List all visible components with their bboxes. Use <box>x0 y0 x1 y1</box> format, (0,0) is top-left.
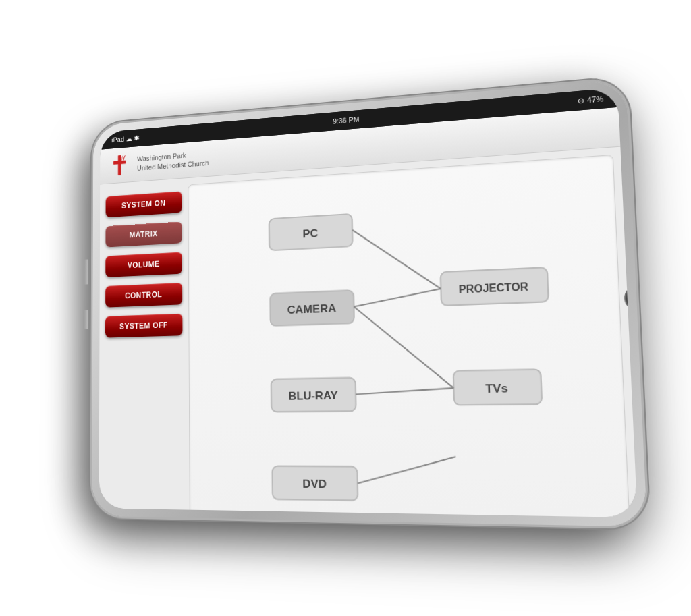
svg-line-16 <box>354 303 453 389</box>
svg-text:PROJECTOR: PROJECTOR <box>459 281 529 296</box>
home-button-inner <box>630 289 638 306</box>
status-left: iPad ☁ ✱ <box>111 134 139 144</box>
svg-rect-0 <box>118 155 121 175</box>
svg-text:CAMERA: CAMERA <box>287 301 337 315</box>
church-name: Washington Park United Methodist Church <box>137 148 209 173</box>
svg-text:PC: PC <box>302 226 318 240</box>
routing-diagram: PC CAMERA BLU-RAY DVD <box>198 167 619 517</box>
matrix-button[interactable]: MATRIX <box>105 221 182 247</box>
control-button[interactable]: CONTROL <box>105 282 182 307</box>
svg-line-14 <box>352 225 441 291</box>
volume-button[interactable]: VOLUME <box>105 252 182 277</box>
battery-icon: ⊙ <box>578 95 584 105</box>
system-off-button[interactable]: System OFF <box>105 313 182 337</box>
svg-line-17 <box>356 388 454 394</box>
left-sidebar: System ON MATRIX VOLUME CONTROL System O… <box>105 185 184 517</box>
volume-down-button[interactable] <box>84 310 88 329</box>
app-content: Washington Park United Methodist Church … <box>99 107 638 517</box>
battery-percent: 47% <box>587 94 604 103</box>
svg-text:DVD: DVD <box>302 476 327 490</box>
svg-text:TVs: TVs <box>485 381 508 394</box>
svg-line-15 <box>354 289 441 307</box>
ipad-device: iPad ☁ ✱ 9:36 PM ⊙ 47% <box>92 78 647 526</box>
svg-line-18 <box>357 456 457 484</box>
ipad-bezel: iPad ☁ ✱ 9:36 PM ⊙ 47% <box>99 87 638 517</box>
umc-logo <box>109 153 130 177</box>
status-time: 9:36 PM <box>333 115 360 125</box>
system-on-button[interactable]: System ON <box>106 191 182 217</box>
scene: iPad ☁ ✱ 9:36 PM ⊙ 47% <box>0 0 691 616</box>
volume-up-button[interactable] <box>84 259 88 284</box>
ipad-label: iPad ☁ ✱ <box>111 134 139 144</box>
matrix-panel: PC CAMERA BLU-RAY DVD <box>188 154 632 517</box>
screen: Washington Park United Methodist Church … <box>99 107 638 517</box>
main-layout: System ON MATRIX VOLUME CONTROL System O… <box>99 146 638 517</box>
svg-text:BLU-RAY: BLU-RAY <box>288 389 338 402</box>
status-right: ⊙ 47% <box>578 94 604 105</box>
